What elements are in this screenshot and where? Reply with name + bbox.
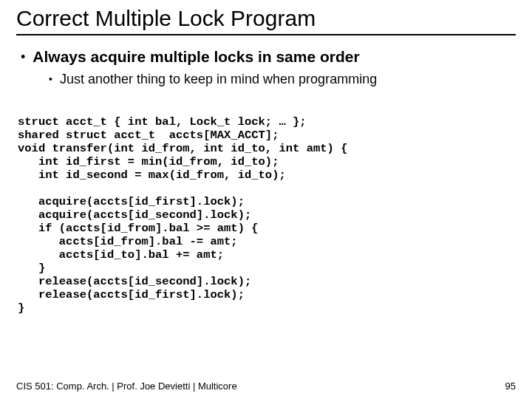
bullet-level1: • Always acquire multiple locks in same … (16, 47, 516, 66)
bullet-dot: • (49, 71, 52, 87)
page-number: 95 (505, 381, 516, 392)
slide: Correct Multiple Lock Program • Always a… (0, 0, 532, 399)
footer-left: CIS 501: Comp. Arch. | Prof. Joe Deviett… (16, 381, 237, 392)
code-block: struct acct_t { int bal, Lock_t lock; … … (18, 115, 516, 315)
slide-title: Correct Multiple Lock Program (16, 6, 516, 31)
bullet-text-l2: Just another thing to keep in mind when … (60, 71, 377, 87)
bullet-text-l1: Always acquire multiple locks in same or… (33, 47, 359, 66)
bullet-level2: • Just another thing to keep in mind whe… (49, 71, 516, 87)
bullet-dot: • (21, 47, 25, 66)
title-rule (16, 34, 516, 35)
